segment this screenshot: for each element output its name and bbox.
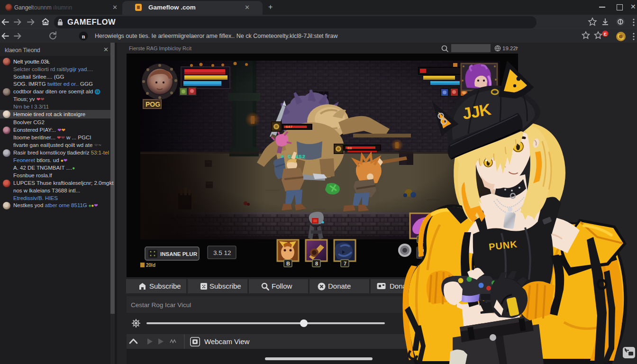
svg-text:G47: G47 <box>286 125 293 129</box>
svg-text:3.5 12: 3.5 12 <box>213 249 231 256</box>
svg-text:20ld: 20ld <box>146 263 155 268</box>
svg-text:E: E <box>604 32 607 36</box>
svg-text:INSANE PLUR: INSANE PLUR <box>160 251 198 257</box>
svg-text:R0: R0 <box>347 146 352 150</box>
svg-text:7: 7 <box>344 261 346 266</box>
svg-text:POG: POG <box>146 100 160 108</box>
svg-text:8: 8 <box>315 261 318 266</box>
svg-text:n: n <box>82 33 85 40</box>
svg-text:B: B <box>286 261 290 266</box>
